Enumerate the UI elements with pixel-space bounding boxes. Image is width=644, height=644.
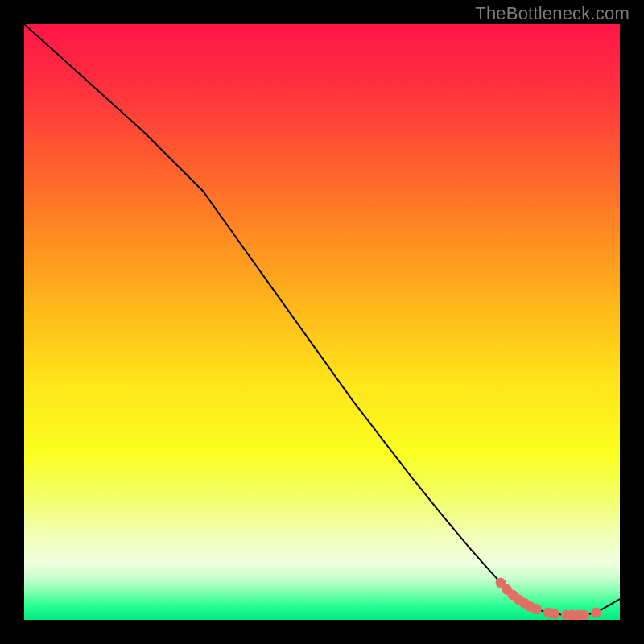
chart-svg [24,24,620,620]
data-marker [531,605,541,614]
gradient-background [24,24,620,620]
data-marker [580,610,589,620]
data-marker [591,608,601,617]
plot-area [24,24,620,620]
watermark-text: TheBottleneck.com [475,3,630,24]
data-marker [550,609,559,619]
chart-frame: TheBottleneck.com [0,0,644,644]
